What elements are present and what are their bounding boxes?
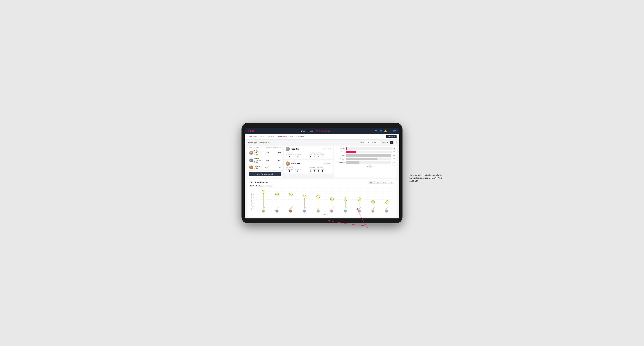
filter-app[interactable]: APP <box>375 181 381 184</box>
player-names-row: E. EbertB. McHergD. BillinghamJ. ColesR.… <box>256 208 394 209</box>
streak-bubble-4: 5x <box>316 195 320 198</box>
tournament-stat-rees: Tournament 8 <box>286 154 294 158</box>
streak-bubble-9: 3x <box>385 200 388 204</box>
pb-avg-1: 110 <box>272 152 281 154</box>
streak-line-6 <box>346 201 346 207</box>
bar-x-axis: 0 200 400 <box>336 165 395 166</box>
streak-col-8: 3x <box>366 188 379 208</box>
bar-value-bogeys: 311 <box>392 158 395 160</box>
nav-bar: clippd Home Teams My Performance 🔍 👤 🔔 ⚙… <box>245 128 399 134</box>
tab-all-players[interactable]: All Players <box>296 135 304 138</box>
bar-label-birdies: Birdies <box>336 151 345 153</box>
tournament-stat-josh: Tournament 7 <box>286 169 294 172</box>
subtitle-main: Off The Tee <box>250 185 258 187</box>
streak-col-3: 5x <box>298 188 311 208</box>
grid-view-btn[interactable]: ⊞ <box>382 141 386 144</box>
edit-icon[interactable]: ✏️ <box>268 142 270 144</box>
nav-icons: 🔍 👤 🔔 ⚙ 👤▾ <box>375 130 396 132</box>
bar-label-dbogeys: D. Bogeys + <box>336 162 345 163</box>
bar-value-dbogeys: 131 <box>392 162 395 163</box>
bar-row-bogeys: Bogeys 311 <box>336 158 395 160</box>
card-view-btn[interactable]: ▤ <box>390 141 393 144</box>
y-axis-title: Best Streak, Fairway Accuracy <box>251 193 252 210</box>
player-info-2: EC Edward Crossman 🏅 2 <box>249 158 262 163</box>
bar-chart: Eagles 3 Birdies 96 <box>336 147 395 164</box>
bar-row-birdies: Birdies 96 <box>336 151 395 153</box>
badge-1: 🏅 1 <box>254 154 262 156</box>
tab-hcaps[interactable]: Hcaps 1-5 <box>267 135 275 138</box>
player-count: | 14 Players <box>258 142 267 144</box>
table-view-btn[interactable]: ↕ <box>394 141 396 144</box>
streak-bubble-2: 6x <box>289 192 292 196</box>
main-content: Team Clippd | 14 Players ✏️ Show Last 3 … <box>245 140 399 218</box>
search-icon[interactable]: 🔍 <box>375 130 378 132</box>
table-row[interactable]: C Cameron... 🏅 3 17/20 <box>248 165 282 171</box>
y-1: 1 <box>254 205 256 207</box>
bar-row-dbogeys: D. Bogeys + 131 <box>336 161 395 164</box>
streak-line-5 <box>332 201 332 207</box>
y-axis: 7 6 5 4 3 2 1 0 <box>254 188 256 215</box>
settings-icon[interactable]: ⚙ <box>389 130 391 132</box>
x-axis-label: Players <box>256 213 394 215</box>
player-card-josh: JC Josh Coles 26 Aug 2023 Total Rounds T… <box>284 160 333 173</box>
bar-value-eagles: 3 <box>394 148 395 149</box>
streak-line-4 <box>318 198 318 207</box>
pb-avg-2: 107 <box>272 160 281 161</box>
avatar-1: RB <box>249 151 253 155</box>
tab-team-clippd[interactable]: Team Clippd <box>278 135 287 138</box>
add-team-button[interactable]: Add Team <box>386 135 396 138</box>
practice-group-josh: Total Practice Activities OTT 0 APP 0 <box>310 167 331 172</box>
nav-teams[interactable]: Teams <box>308 130 313 132</box>
bar-label-pars: Pars <box>336 155 345 156</box>
pb-avg-3: 103 <box>272 167 281 168</box>
list-view-btn[interactable]: ☰ <box>386 141 389 144</box>
badge-num-2: 2 <box>256 162 258 163</box>
tab-pgat-players[interactable]: PGAT Players <box>248 135 258 138</box>
table-row[interactable]: RB Richard Butler 🏅 1 1 <box>248 149 282 157</box>
player-list: RB Richard Butler 🏅 1 1 <box>248 149 282 171</box>
two-col-layout: PLAYER NAME PB SCORE PB AVG SQ RB Richa <box>245 146 399 179</box>
y-0: 0 <box>254 208 256 209</box>
bar-track-dbogeys <box>346 161 391 164</box>
streak-bubble-0: 7x <box>262 190 265 194</box>
bar-value-birdies: 96 <box>394 151 395 153</box>
col-pb-score: PB SCORE <box>262 147 272 148</box>
tab-pga[interactable]: PGA <box>261 135 264 138</box>
badge-num-1: 1 <box>256 154 258 156</box>
bar-fill-eagles <box>346 147 347 150</box>
streak-line-8 <box>373 204 373 208</box>
leaderboard-header: PLAYER NAME PB SCORE PB AVG SQ <box>248 146 282 149</box>
streaks-filter: OTT APP ARG PUTT <box>369 181 394 184</box>
table-row[interactable]: EC Edward Crossman 🏅 2 <box>248 157 282 165</box>
filter-putt[interactable]: PUTT <box>388 181 394 184</box>
tablet-screen: clippd Home Teams My Performance 🔍 👤 🔔 ⚙… <box>245 128 399 218</box>
bar-value-pars: 499 <box>392 155 395 156</box>
axis-200: 200 <box>368 165 371 166</box>
filter-arg[interactable]: ARG <box>381 181 387 184</box>
sub-nav-links: PGAT Players PGA Hcaps 1-5 Team Clippd T… <box>248 135 304 138</box>
filter-ott[interactable]: OTT <box>369 181 375 184</box>
nav-home[interactable]: Home <box>300 130 305 132</box>
player-name-1: Richard Butler <box>254 150 262 154</box>
team-header: Team Clippd | 14 Players ✏️ Show Last 3 … <box>245 140 399 146</box>
bar-label-eagles: Eagles <box>336 148 345 149</box>
y-5: 5 <box>254 194 256 195</box>
bar-fill-dbogeys <box>346 161 360 164</box>
rounds-row-rees: Tournament 8 Practice 4 <box>286 154 307 158</box>
bar-track-eagles <box>346 147 392 150</box>
y-7: 7 <box>254 188 256 190</box>
period-select[interactable]: Last 3 months <box>365 141 381 144</box>
streak-line-0 <box>263 194 264 208</box>
profile-icon[interactable]: 👤 <box>380 130 382 132</box>
axis-title: Total Shots <box>336 166 395 168</box>
bell-icon[interactable]: 🔔 <box>384 130 387 132</box>
card-name-josh: Josh Coles <box>291 163 300 165</box>
player-info-1: RB Richard Butler 🏅 1 <box>249 150 262 156</box>
rounds-group-josh: Total Rounds Tournament 7 Practice 2 <box>286 167 307 172</box>
view-leaderboard-button[interactable]: View Full Leaderboard <box>249 172 281 176</box>
y-3: 3 <box>254 200 256 201</box>
tab-tour[interactable]: Tour <box>290 135 293 138</box>
user-avatar[interactable]: 👤▾ <box>392 130 396 132</box>
team-controls: Show Last 3 months ⊞ ☰ ▤ ↕ <box>360 141 396 144</box>
nav-my-performance[interactable]: My Performance <box>316 130 330 132</box>
